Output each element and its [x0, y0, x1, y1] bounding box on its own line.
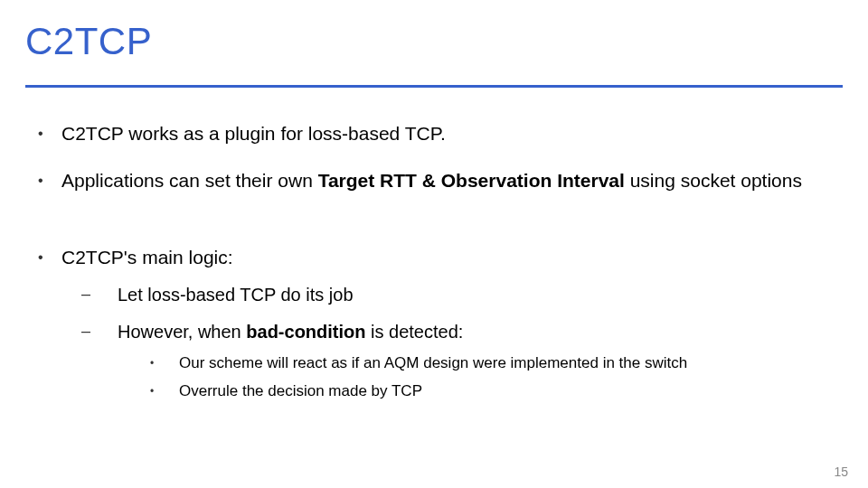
bullet-item: C2TCP's main logic: Let loss-based TCP d… — [25, 245, 843, 402]
bullet-item: Applications can set their own Target RT… — [25, 168, 843, 193]
bullet-text: Applications can set their own — [61, 170, 318, 191]
bullet-item: C2TCP works as a plugin for loss-based T… — [25, 121, 843, 146]
title-underline — [25, 85, 843, 88]
sub-sub-bullet-item: Overrule the decision made by TCP — [118, 381, 843, 402]
slide-title: C2TCP — [25, 20, 152, 63]
bullet-bold: Target RTT & Observation Interval — [318, 170, 625, 191]
bullet-list-level2: Let loss-based TCP do its job However, w… — [61, 283, 843, 402]
bullet-list-level1: C2TCP works as a plugin for loss-based T… — [25, 121, 843, 402]
bullet-text: using socket options — [625, 170, 802, 191]
slide-content: C2TCP works as a plugin for loss-based T… — [25, 108, 843, 402]
bullet-text: Let loss-based TCP do its job — [118, 285, 354, 305]
page-number: 15 — [834, 465, 848, 479]
bullet-bold: bad-condition — [246, 322, 365, 342]
bullet-list-level3: Our scheme will react as if an AQM desig… — [118, 353, 843, 402]
slide: C2TCP C2TCP works as a plugin for loss-b… — [0, 0, 868, 488]
bullet-text: Our scheme will react as if an AQM desig… — [179, 354, 687, 371]
bullet-text: Overrule the decision made by TCP — [179, 382, 422, 399]
bullet-text: C2TCP's main logic: — [61, 247, 233, 267]
bullet-text: C2TCP works as a plugin for loss-based T… — [61, 123, 446, 144]
bullet-text: is detected: — [366, 322, 464, 342]
sub-sub-bullet-item: Our scheme will react as if an AQM desig… — [118, 353, 843, 374]
sub-bullet-item: However, when bad-condition is detected:… — [61, 320, 843, 402]
bullet-text: However, when — [118, 322, 246, 342]
sub-bullet-item: Let loss-based TCP do its job — [61, 283, 843, 307]
